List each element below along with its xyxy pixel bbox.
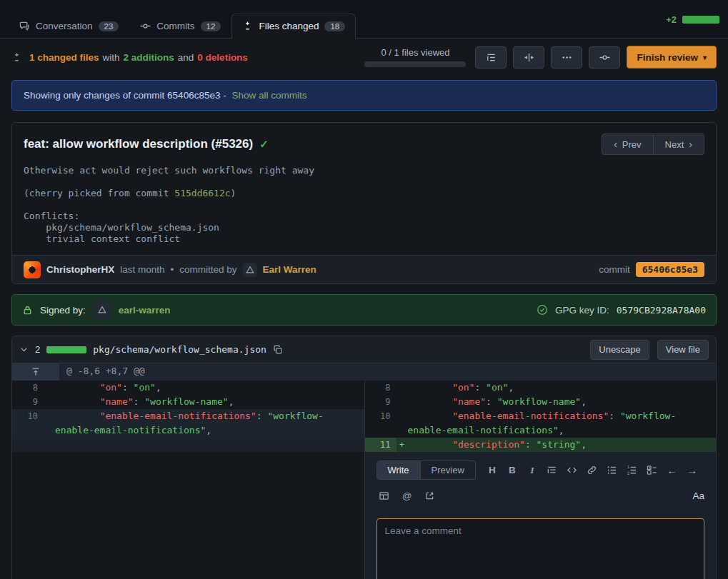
pr-tab-bar: Conversation 23 Commits 12 Files changed…	[0, 0, 728, 39]
write-tab[interactable]: Write	[377, 461, 420, 479]
diff-row: 10 "enable-email-notifications": "workfl…	[12, 409, 716, 438]
author-name-link[interactable]: ChristopherHX	[46, 264, 114, 275]
banner-text: Showing only changes of commit 65406c85e…	[24, 90, 226, 101]
file-diff-section: 2 pkg/schema/workflow_schema.json Unesca…	[11, 336, 717, 579]
unordered-list-icon[interactable]	[604, 463, 620, 478]
changed-files-link[interactable]: 1 changed files	[29, 52, 99, 63]
diffstat-bar	[682, 16, 719, 24]
show-all-commits-link[interactable]: Show all commits	[231, 90, 306, 101]
line-number[interactable]: 10	[12, 409, 44, 423]
arrow-left-icon[interactable]: ←	[664, 463, 680, 478]
expand-hunk-button[interactable]	[12, 363, 59, 381]
commit-card: feat: allow workflow description (#5326)…	[11, 122, 717, 284]
code-segment: "name"	[100, 396, 134, 407]
comment-textarea[interactable]	[377, 518, 705, 579]
more-options-icon	[562, 52, 572, 63]
code-line: "enable-email-notifications": "workflow-…	[55, 409, 364, 438]
unescape-button[interactable]: Unescape	[590, 340, 649, 360]
line-number[interactable]: 9	[12, 395, 44, 409]
code-segment	[408, 396, 453, 407]
mention-icon[interactable]: @	[399, 488, 415, 503]
diff-row: 9 "name": "workflow-name",9 "name": "wor…	[12, 395, 716, 409]
view-file-button[interactable]: View file	[657, 340, 709, 360]
file-header: 2 pkg/schema/workflow_schema.json Unesca…	[12, 336, 716, 363]
diff-right-half: 10 "enable-email-notifications": "workfl…	[364, 409, 717, 438]
comment-icon	[19, 21, 30, 31]
separator-dot: •	[171, 264, 174, 275]
signer-avatar[interactable]	[93, 301, 111, 319]
caret-down-icon: ▾	[703, 54, 707, 61]
line-number[interactable]: 9	[365, 395, 397, 409]
code-segment: ,	[581, 439, 587, 450]
code-segment: "description"	[452, 439, 525, 450]
triangle-logo-icon	[97, 305, 107, 315]
code-segment: "string"	[537, 439, 582, 450]
gpg-key-id: 0579CB2928A78A00	[617, 305, 706, 316]
font-size-toggle[interactable]: Aa	[692, 490, 704, 501]
split-view-button[interactable]	[513, 46, 544, 69]
diff-summary-icon	[11, 52, 22, 63]
line-number[interactable]: 11	[365, 438, 397, 452]
next-commit-button[interactable]: Next ›	[653, 134, 704, 155]
task-list-icon[interactable]	[644, 463, 660, 478]
diff-sign: +	[397, 438, 408, 452]
split-view-icon	[524, 52, 534, 63]
code-segment: "on"	[134, 382, 156, 393]
preview-tab[interactable]: Preview	[420, 461, 475, 479]
summary-text: with	[103, 52, 120, 63]
line-number[interactable]: 8	[365, 381, 397, 395]
ordered-list-icon[interactable]: 12	[624, 463, 640, 478]
arrow-right-icon[interactable]: →	[684, 463, 700, 478]
committer-name-link[interactable]: Earl Warren	[263, 264, 316, 275]
line-number[interactable]: 8	[12, 381, 44, 395]
commit-message-conflicts: Conflicts: pkg/schema/workflow_schema.js…	[24, 211, 704, 245]
code-line: "enable-email-notifications": "workflow-…	[408, 409, 717, 438]
chevron-right-icon: ›	[689, 139, 692, 150]
code-line: "on": "on",	[408, 381, 717, 395]
finish-review-button[interactable]: Finish review ▾	[627, 46, 717, 69]
files-viewed-progress	[364, 61, 466, 67]
code-segment: :	[474, 382, 486, 393]
prev-commit-button[interactable]: ‹ Prev	[602, 134, 653, 155]
code-segment: ,	[559, 425, 564, 435]
tab-label: Commits	[156, 21, 194, 31]
code-line: "on": "on",	[55, 381, 364, 395]
code-icon[interactable]	[564, 463, 580, 478]
commit-message: Otherwise act would reject such workflow…	[12, 158, 716, 255]
code-segment: "workflow-name"	[144, 396, 228, 407]
reference-icon[interactable]	[422, 488, 438, 503]
signer-name-link[interactable]: earl-warren	[119, 305, 171, 316]
link-icon[interactable]	[584, 463, 600, 478]
tab-commits[interactable]: Commits 12	[129, 14, 231, 38]
file-path: pkg/schema/workflow_schema.json	[93, 344, 266, 355]
signature-bar: Signed by: earl-warren GPG key ID: 0579C…	[11, 294, 717, 326]
bold-icon[interactable]: B	[504, 463, 520, 478]
lock-icon	[22, 305, 33, 316]
committer-avatar[interactable]	[243, 263, 257, 277]
verified-icon	[537, 304, 548, 316]
commit-pager: ‹ Prev Next ›	[602, 134, 704, 155]
code-segment	[408, 382, 453, 393]
collapse-file-icon[interactable]	[19, 345, 29, 354]
commit-message-line: Otherwise act would reject such workflow…	[24, 165, 704, 176]
hunk-header: @ -8,6 +8,7 @@	[59, 363, 152, 381]
author-avatar[interactable]	[24, 261, 41, 278]
commit-sha-badge[interactable]: 65406c85e3	[636, 262, 704, 277]
copy-path-icon[interactable]	[273, 345, 283, 355]
more-options-button[interactable]	[551, 46, 582, 69]
tab-files-changed[interactable]: Files changed 18	[231, 14, 356, 39]
line-number[interactable]: 10	[365, 409, 397, 423]
commit-button[interactable]	[589, 46, 620, 69]
files-viewed-label: 0 / 1 files viewed	[364, 47, 466, 58]
commit-icon	[599, 52, 610, 63]
table-icon[interactable]	[377, 488, 392, 503]
italic-icon[interactable]: I	[524, 463, 540, 478]
cherry-pick-sha-link[interactable]: 515dd6612c	[174, 188, 230, 198]
code-line: "description": "string",	[408, 438, 717, 452]
tab-conversation[interactable]: Conversation 23	[9, 14, 129, 38]
heading-icon[interactable]: H	[484, 463, 500, 478]
chevron-left-icon: ‹	[614, 139, 617, 150]
commit-time: last month	[120, 264, 164, 275]
quote-icon[interactable]	[544, 463, 560, 478]
file-tree-button[interactable]	[475, 46, 507, 69]
